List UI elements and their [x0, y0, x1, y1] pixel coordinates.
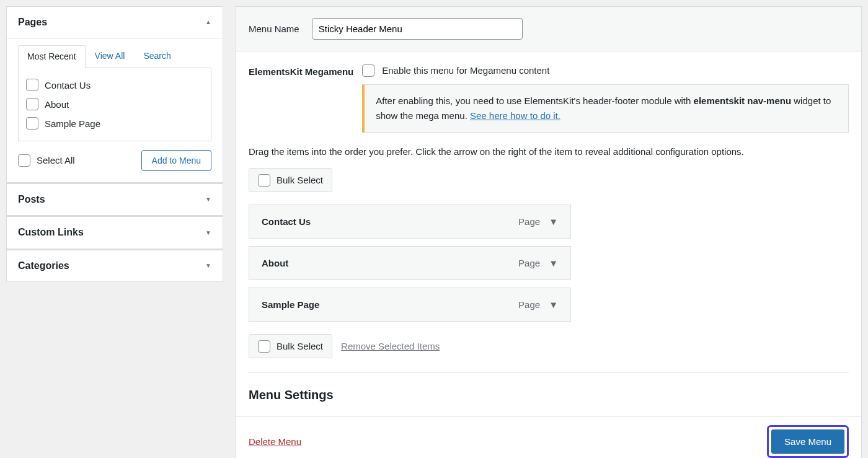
- separator: [249, 372, 849, 372]
- page-item-label: Sample Page: [45, 117, 100, 130]
- expand-icon: ▼: [205, 195, 211, 204]
- bulk-select-bottom[interactable]: Bulk Select: [249, 334, 332, 358]
- menu-header: Menu Name: [236, 7, 861, 51]
- menu-item-type: Page: [518, 257, 540, 270]
- select-all-row: Select All: [18, 151, 75, 170]
- save-highlight-box: Save Menu: [767, 425, 849, 458]
- metabox-pages-header[interactable]: Pages ▲: [7, 7, 223, 38]
- page-item: Sample Page: [26, 114, 203, 133]
- megamenu-enable-label: Enable this menu for Megamenu content: [382, 64, 549, 77]
- tab-search[interactable]: Search: [134, 45, 180, 68]
- page-item-label: About: [45, 98, 69, 111]
- checkbox[interactable]: [26, 98, 38, 110]
- checkbox[interactable]: [26, 79, 38, 91]
- megamenu-notice: After enabling this, you need to use Ele…: [362, 84, 849, 133]
- metabox-custom-links: Custom Links ▼: [6, 216, 223, 249]
- chevron-down-icon[interactable]: ▼: [549, 257, 558, 270]
- notice-link[interactable]: See here how to do it.: [470, 110, 560, 121]
- page-item: About: [26, 95, 203, 114]
- pages-list: Contact Us About Sample Page: [18, 68, 211, 141]
- bulk-select-checkbox[interactable]: [258, 174, 270, 187]
- menu-item[interactable]: About Page ▼: [249, 246, 571, 280]
- collapse-icon: ▲: [205, 18, 211, 27]
- metabox-pages: Pages ▲ Most Recent View All Search Cont…: [6, 6, 223, 183]
- menu-item-type: Page: [518, 298, 540, 311]
- metabox-pages-title: Pages: [18, 15, 47, 29]
- menu-name-label: Menu Name: [249, 22, 299, 35]
- metabox-categories: Categories ▼: [6, 249, 223, 282]
- expand-icon: ▼: [205, 229, 211, 237]
- metabox-categories-header[interactable]: Categories ▼: [7, 250, 223, 281]
- chevron-down-icon[interactable]: ▼: [549, 298, 558, 311]
- tab-most-recent[interactable]: Most Recent: [18, 45, 86, 68]
- expand-icon: ▼: [205, 262, 211, 270]
- menu-edit-panel: Menu Name ElementsKit Megamenu Enable th…: [236, 6, 862, 458]
- bulk-select-checkbox[interactable]: [258, 340, 270, 353]
- metabox-posts-header[interactable]: Posts ▼: [7, 183, 223, 215]
- delete-menu-link[interactable]: Delete Menu: [249, 435, 301, 448]
- megamenu-label: ElementsKit Megamenu: [249, 64, 353, 78]
- add-to-menu-button[interactable]: Add to Menu: [141, 150, 211, 171]
- bulk-select-top[interactable]: Bulk Select: [249, 168, 332, 192]
- page-item: Contact Us: [26, 76, 203, 95]
- pages-tabs: Most Recent View All Search: [18, 45, 211, 68]
- save-menu-button[interactable]: Save Menu: [771, 429, 844, 454]
- menu-item-title: Sample Page: [262, 298, 319, 311]
- chevron-down-icon[interactable]: ▼: [549, 215, 558, 228]
- bulk-select-label: Bulk Select: [277, 340, 323, 353]
- megamenu-enable-checkbox[interactable]: [362, 64, 374, 77]
- remove-selected-link[interactable]: Remove Selected Items: [341, 340, 440, 353]
- menu-item-title: Contact Us: [262, 215, 311, 228]
- select-all-checkbox[interactable]: [18, 154, 30, 167]
- bulk-select-label: Bulk Select: [277, 174, 323, 187]
- menu-name-input[interactable]: [312, 18, 523, 40]
- sidebar-metaboxes: Pages ▲ Most Recent View All Search Cont…: [6, 6, 223, 458]
- metabox-posts: Posts ▼: [6, 183, 223, 216]
- notice-strong: elementskit nav-menu: [694, 95, 792, 106]
- metabox-custom-links-title: Custom Links: [18, 226, 84, 239]
- menu-item-type: Page: [518, 215, 540, 228]
- drag-instructions: Drag the items into the order you prefer…: [249, 145, 849, 158]
- page-item-label: Contact Us: [45, 79, 91, 92]
- metabox-categories-title: Categories: [18, 259, 69, 273]
- menu-items-list: Contact Us Page ▼ About Page ▼ Sample Pa…: [249, 205, 571, 322]
- notice-text-1: After enabling this, you need to use Ele…: [376, 95, 693, 106]
- menu-item-title: About: [262, 257, 288, 270]
- menu-settings-heading: Menu Settings: [249, 386, 849, 403]
- tab-view-all[interactable]: View All: [86, 45, 135, 68]
- metabox-posts-title: Posts: [18, 193, 45, 206]
- menu-item[interactable]: Sample Page Page ▼: [249, 288, 571, 322]
- menu-item[interactable]: Contact Us Page ▼: [249, 205, 571, 239]
- metabox-custom-links-header[interactable]: Custom Links ▼: [7, 216, 223, 248]
- checkbox[interactable]: [26, 117, 38, 130]
- menu-footer: Delete Menu Save Menu: [236, 416, 861, 458]
- select-all-label: Select All: [37, 154, 75, 167]
